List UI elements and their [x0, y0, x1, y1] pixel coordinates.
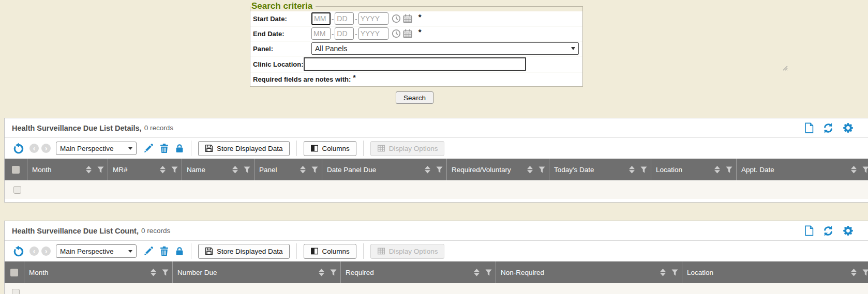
sort-icon[interactable] [86, 166, 92, 174]
lock-icon[interactable] [175, 246, 184, 256]
sort-icon[interactable] [319, 269, 324, 276]
filter-icon[interactable] [171, 166, 178, 173]
perspective-select[interactable]: Main Perspective [56, 142, 137, 155]
column-header-location[interactable]: Location [651, 159, 737, 180]
gear-icon[interactable] [843, 225, 854, 236]
delete-trash-icon[interactable] [159, 246, 169, 256]
sort-icon[interactable] [151, 269, 156, 276]
end-date-month-input[interactable] [311, 27, 331, 40]
filter-icon[interactable] [726, 166, 732, 173]
filter-icon[interactable] [671, 269, 678, 276]
next-perspective-button[interactable]: › [41, 246, 51, 256]
perspective-value: Main Perspective [60, 247, 114, 255]
clock-icon[interactable] [392, 29, 401, 38]
table-toolbar: ‹ › Main Perspective Store Displayed Dat… [5, 138, 868, 159]
delete-trash-icon[interactable] [159, 143, 169, 153]
calendar-icon[interactable] [403, 29, 412, 38]
column-header-todays-date[interactable]: Today's Date [549, 159, 651, 180]
edit-pencil-icon[interactable] [143, 143, 154, 153]
sort-icon[interactable] [629, 166, 635, 174]
required-asterisk: * [418, 27, 422, 36]
sort-icon[interactable] [660, 269, 666, 276]
sort-icon[interactable] [851, 269, 857, 276]
clinic-location-input[interactable] [304, 57, 526, 71]
new-document-icon[interactable] [804, 122, 814, 133]
resize-grip-icon[interactable] [783, 66, 788, 71]
save-floppy-icon [205, 247, 213, 255]
filter-icon[interactable] [244, 166, 250, 173]
refresh-icon[interactable] [822, 225, 834, 237]
columns-icon [310, 144, 319, 152]
sort-icon[interactable] [232, 166, 238, 174]
reset-perspective-icon[interactable] [13, 143, 25, 154]
required-note-row: Required fields are notes with: * [250, 72, 582, 86]
columns-button[interactable]: Columns [304, 141, 356, 156]
columns-button[interactable]: Columns [304, 244, 356, 259]
prev-perspective-button[interactable]: ‹ [29, 246, 39, 256]
refresh-icon[interactable] [822, 122, 834, 134]
panel-label: Panel: [250, 45, 311, 53]
perspective-select[interactable]: Main Perspective [56, 244, 137, 258]
end-date-day-input[interactable] [335, 27, 354, 40]
sort-icon[interactable] [160, 166, 166, 174]
search-button[interactable]: Search [396, 91, 433, 104]
sort-icon[interactable] [474, 269, 480, 276]
edit-pencil-icon[interactable] [143, 246, 154, 256]
filter-icon[interactable] [862, 166, 868, 173]
prev-perspective-button[interactable]: ‹ [29, 144, 39, 153]
end-date-year-input[interactable] [358, 27, 388, 40]
clinic-location-row: Clinic Location: [250, 56, 582, 72]
column-header-month[interactable]: Month [24, 261, 173, 283]
due-list-count-panel: Health Surveillance Due List Count, 0 re… [4, 221, 868, 294]
start-date-month-input[interactable] [311, 12, 331, 25]
new-document-icon[interactable] [804, 225, 814, 236]
next-perspective-button[interactable]: › [41, 144, 51, 153]
start-date-day-input[interactable] [335, 12, 354, 25]
start-date-year-input[interactable] [358, 12, 388, 25]
sort-icon[interactable] [300, 166, 306, 174]
panel-title: Health Surveillance Due List Count, [12, 227, 139, 235]
filter-icon[interactable] [311, 166, 318, 173]
row-checkbox[interactable] [13, 186, 21, 194]
save-floppy-icon [205, 144, 213, 152]
store-displayed-data-button[interactable]: Store Displayed Data [198, 141, 290, 156]
sort-icon[interactable] [527, 166, 533, 174]
sort-icon[interactable] [851, 166, 857, 174]
column-header-required-voluntary[interactable]: Required/Voluntary [447, 159, 549, 180]
filter-icon[interactable] [862, 269, 868, 276]
filter-icon[interactable] [162, 269, 169, 276]
lock-icon[interactable] [175, 143, 184, 153]
clock-icon[interactable] [392, 14, 401, 23]
column-header-month[interactable]: Month [27, 159, 108, 180]
column-header-date-panel-due[interactable]: Date Panel Due [322, 159, 447, 180]
column-header-non-required[interactable]: Non-Required [496, 261, 682, 283]
sort-icon[interactable] [714, 166, 720, 174]
filter-icon[interactable] [97, 166, 104, 173]
store-displayed-data-button[interactable]: Store Displayed Data [198, 244, 290, 259]
column-header-number-due[interactable]: Number Due [173, 261, 341, 283]
filter-icon[interactable] [436, 166, 443, 173]
display-options-button[interactable]: Display Options [370, 244, 445, 259]
calendar-icon[interactable] [403, 14, 412, 23]
row-checkbox[interactable] [12, 289, 20, 294]
chevron-down-icon [128, 147, 132, 150]
column-header-mr[interactable]: MR# [108, 159, 182, 180]
sort-icon[interactable] [425, 166, 430, 174]
select-all-checkbox[interactable] [10, 269, 18, 276]
reset-perspective-icon[interactable] [13, 245, 25, 257]
column-header-required[interactable]: Required [341, 261, 496, 283]
filter-icon[interactable] [485, 269, 492, 276]
column-header-location[interactable]: Location [682, 261, 868, 283]
filter-icon[interactable] [640, 166, 647, 173]
filter-icon[interactable] [330, 269, 337, 276]
column-header-name[interactable]: Name [182, 159, 255, 180]
table-toolbar: ‹ › Main Perspective Store Displayed Dat… [5, 241, 868, 261]
select-all-checkbox[interactable] [12, 166, 20, 174]
display-options-button[interactable]: Display Options [370, 141, 445, 156]
panel-select[interactable]: All Panels [311, 42, 579, 55]
chevron-down-icon [128, 250, 132, 253]
filter-icon[interactable] [538, 166, 545, 173]
column-header-panel[interactable]: Panel [255, 159, 322, 180]
gear-icon[interactable] [843, 122, 854, 133]
column-header-appt-date[interactable]: Appt. Date [737, 159, 868, 180]
